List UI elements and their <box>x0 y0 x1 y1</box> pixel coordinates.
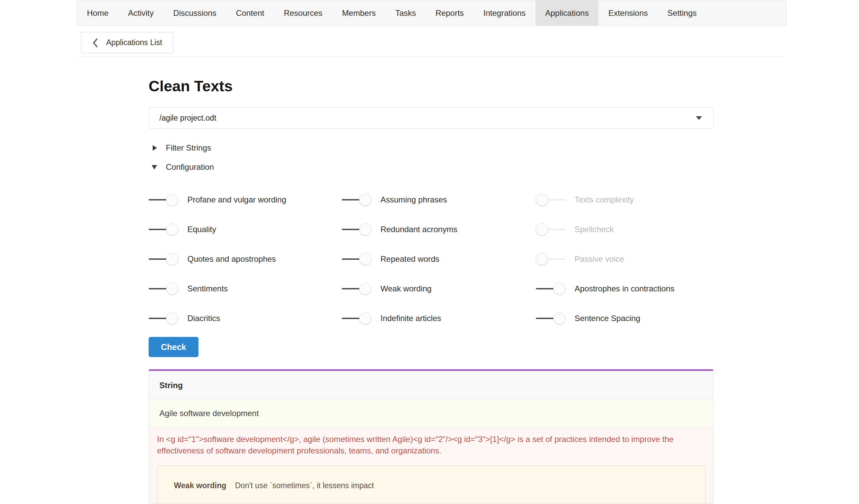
results-panel: String Agile software development In <g … <box>149 369 713 504</box>
switch-knob <box>166 253 178 265</box>
toggle-switch[interactable] <box>342 194 371 206</box>
toggle-switch[interactable] <box>536 223 566 235</box>
toggle-assuming-phrases[interactable]: Assuming phrases <box>342 194 447 206</box>
toggle-label: Sentence Spacing <box>575 314 640 323</box>
toggle-sentence-spacing[interactable]: Sentence Spacing <box>536 312 640 324</box>
toggle-spellcheck[interactable]: Spellcheck <box>536 223 614 235</box>
check-button[interactable]: Check <box>149 337 198 357</box>
page-title: Clean Texts <box>149 77 232 95</box>
switch-knob <box>166 312 178 324</box>
toggle-label: Sentiments <box>187 284 228 293</box>
toggle-switch[interactable] <box>536 282 566 295</box>
switch-knob <box>359 312 371 324</box>
chevron-left-icon <box>92 38 98 47</box>
warning-box: Weak wording Don't use `sometimes`, it l… <box>157 465 706 504</box>
switch-knob <box>553 282 566 295</box>
toggle-label: Apostrophes in contractions <box>575 284 674 293</box>
toggle-label: Weak wording <box>380 284 432 293</box>
toggle-switch[interactable] <box>536 194 566 206</box>
switch-knob <box>536 253 548 265</box>
switch-knob <box>166 194 178 206</box>
toggle-repeated-words[interactable]: Repeated words <box>342 253 439 265</box>
toggle-redundant-acronyms[interactable]: Redundant acronyms <box>342 223 457 235</box>
triangle-down-icon <box>152 165 157 169</box>
switch-knob <box>553 312 566 324</box>
string-row[interactable]: Agile software development <box>149 400 713 427</box>
toggle-label: Quotes and apostrophes <box>187 254 276 264</box>
toggle-quotes-and-apostrophes[interactable]: Quotes and apostrophes <box>149 253 276 265</box>
toggle-switch[interactable] <box>342 312 371 324</box>
toggle-weak-wording[interactable]: Weak wording <box>342 282 432 295</box>
toggle-indefinite-articles[interactable]: Indefinite articles <box>342 312 441 324</box>
switch-knob <box>359 194 371 206</box>
issue-text: In <g id="1">software development</g>, a… <box>157 433 705 457</box>
issue-section: In <g id="1">software development</g>, a… <box>149 427 713 504</box>
file-select[interactable]: /agile project.odt <box>149 107 714 129</box>
toggle-switch[interactable] <box>149 282 178 295</box>
toggle-switch[interactable] <box>342 253 371 265</box>
toggle-label: Texts complexity <box>575 195 634 204</box>
toggle-diacritics[interactable]: Diacritics <box>149 312 220 324</box>
section-label: Configuration <box>166 163 214 172</box>
switch-knob <box>166 223 178 235</box>
toggle-texts-complexity[interactable]: Texts complexity <box>536 194 634 206</box>
warning-category: Weak wording <box>174 481 226 490</box>
file-select-value: /agile project.odt <box>160 113 696 123</box>
toggle-switch[interactable] <box>342 282 371 295</box>
toggle-label: Repeated words <box>380 254 439 264</box>
section-label: Filter Strings <box>166 143 211 153</box>
caret-down-icon <box>696 116 702 120</box>
toggle-switch[interactable] <box>149 223 178 235</box>
results-header: String <box>149 371 713 400</box>
toggle-label: Assuming phrases <box>380 195 447 204</box>
toggle-passive-voice[interactable]: Passive voice <box>536 253 624 265</box>
warning-message: Don't use `sometimes`, it lessens impact <box>235 481 374 490</box>
toggle-profane-and-vulgar-wording[interactable]: Profane and vulgar wording <box>149 194 286 206</box>
toggle-label: Indefinite articles <box>380 314 441 323</box>
toggle-switch[interactable] <box>149 194 178 206</box>
main-content: Clean Texts /agile project.odt Filter St… <box>149 0 714 504</box>
switch-knob <box>359 223 371 235</box>
toggle-switch[interactable] <box>342 223 371 235</box>
section-configuration[interactable]: Configuration <box>149 161 214 173</box>
toggle-label: Spellcheck <box>575 225 614 234</box>
toggle-label: Profane and vulgar wording <box>187 195 286 204</box>
toggle-label: Redundant acronyms <box>380 225 457 234</box>
toggle-switch[interactable] <box>149 312 178 324</box>
section-filter-strings[interactable]: Filter Strings <box>149 142 211 154</box>
toggle-switch[interactable] <box>536 253 566 265</box>
toggle-apostrophes-in-contractions[interactable]: Apostrophes in contractions <box>536 282 674 295</box>
toggle-equality[interactable]: Equality <box>149 223 216 235</box>
toggle-label: Diacritics <box>187 314 220 323</box>
switch-knob <box>536 194 548 206</box>
switch-knob <box>359 253 371 265</box>
toggle-sentiments[interactable]: Sentiments <box>149 282 228 295</box>
toggle-switch[interactable] <box>536 312 566 324</box>
switch-knob <box>359 282 371 295</box>
toggle-switch[interactable] <box>149 253 178 265</box>
triangle-right-icon <box>153 145 157 151</box>
switch-knob <box>536 223 548 235</box>
nav-item-home[interactable]: Home <box>77 0 118 26</box>
toggle-label: Passive voice <box>575 254 624 264</box>
switch-knob <box>166 282 178 295</box>
toggle-label: Equality <box>187 225 216 234</box>
